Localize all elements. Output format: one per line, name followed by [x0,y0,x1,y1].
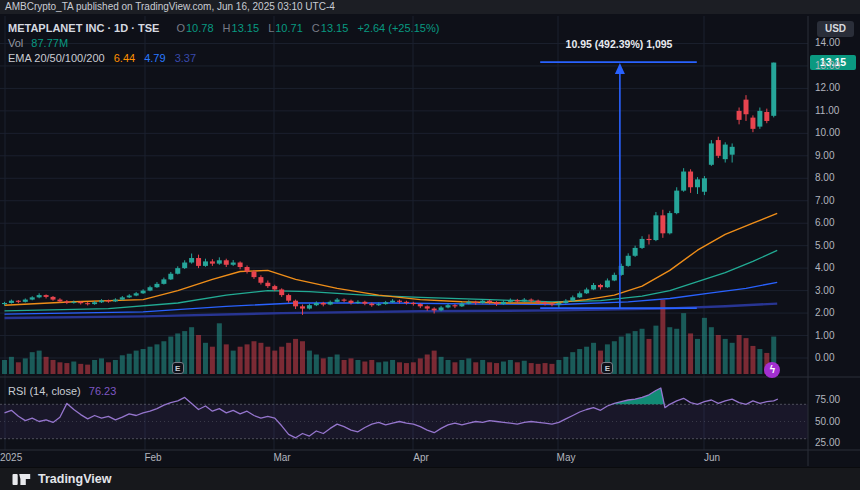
volume-bar [439,357,444,374]
tradingview-logo-icon[interactable] [12,470,31,489]
footer-bar: TradingView [0,467,860,490]
volume-bar [487,362,492,374]
candle-body [480,301,485,303]
candle-body [515,300,520,301]
tradingview-brand[interactable]: TradingView [38,472,111,486]
volume-bar [730,343,735,374]
candle-body [245,267,250,271]
candle-body [646,239,651,240]
volume-bar [23,358,28,374]
price-chart-canvas[interactable] [0,14,860,466]
volume-bar [508,360,513,374]
candle-body [570,297,575,300]
candle-body [688,172,693,188]
candle-body [439,307,444,310]
candle-body [238,263,243,267]
volume-bar [57,362,62,374]
candle-body [508,300,513,302]
candle-body [44,295,49,297]
volume-bar [51,360,56,374]
volume-bar [750,346,755,374]
volume-bar [757,349,762,374]
candle-body [584,289,589,293]
volume-bar [217,323,222,374]
volume-bar [78,364,83,374]
volume-bar [154,344,159,374]
candle-body [411,303,416,304]
candle-body [127,296,132,298]
volume-bar [529,363,534,374]
volume-bar [584,347,589,374]
volume-bar [113,360,118,374]
candle-body [265,283,270,286]
volume-bar [279,347,284,374]
volume-bar [681,313,686,374]
candle-body [432,309,437,311]
candle-body [349,301,354,303]
volume-bar [203,343,208,374]
volume-bar [737,335,742,374]
candle-body [577,293,582,297]
earnings-marker[interactable]: E [601,362,613,374]
candle-body [605,280,610,287]
candle-body [695,179,700,187]
candle-body [217,260,222,263]
candle-body [307,305,312,308]
volume-bar [92,360,97,374]
volume-bar [335,355,340,375]
candle-body [203,261,208,265]
volume-bar [452,362,457,374]
volume-bar [141,349,146,374]
candle-body [30,297,35,299]
candle-body [771,63,776,116]
candle-body [452,305,457,306]
candle-body [78,302,83,303]
volume-bar [723,339,728,374]
candle-body [653,215,658,240]
candle-body [633,248,638,256]
candle-body [543,302,548,303]
volume-bar [674,329,679,374]
earnings-marker[interactable]: E [172,362,184,374]
volume-bar [591,343,596,374]
candle-body [148,287,153,290]
volume-bar [231,351,236,374]
candle-body [536,301,541,303]
volume-bar [633,331,638,374]
volume-bar [355,360,360,374]
volume-bar [494,363,499,374]
candle-body [522,300,527,302]
volume-bar [570,352,575,374]
volume-bar [362,362,367,374]
volume-bar [480,360,485,374]
volume-bar [709,327,714,374]
volume-bar [189,327,194,374]
candle-body [175,268,180,274]
candle-body [231,263,236,265]
volume-bar [265,347,270,374]
candle-body [272,286,277,289]
volume-bar [702,318,707,374]
candle-body [51,297,56,300]
candle-body [120,297,125,299]
volume-bar [667,327,672,374]
volume-bar [646,339,651,374]
candle-body [674,191,679,213]
volume-bar [376,362,381,374]
candle-body [591,285,596,289]
candle-body [563,301,568,303]
volume-bar [9,357,14,374]
tradingview-chart-screenshot: AMBCrypto_TA published on TradingView.co… [0,0,860,490]
candle-body [328,302,333,305]
volume-bar [120,355,125,374]
volume-bar [251,341,256,374]
candle-body [446,305,451,307]
volume-bar [501,362,506,374]
candle-body [9,301,14,303]
volume-bar [272,351,277,374]
candle-body [383,302,388,304]
candle-body [141,291,146,294]
candle-body [376,304,381,305]
volume-bar [418,358,423,374]
candle-body [99,300,104,302]
